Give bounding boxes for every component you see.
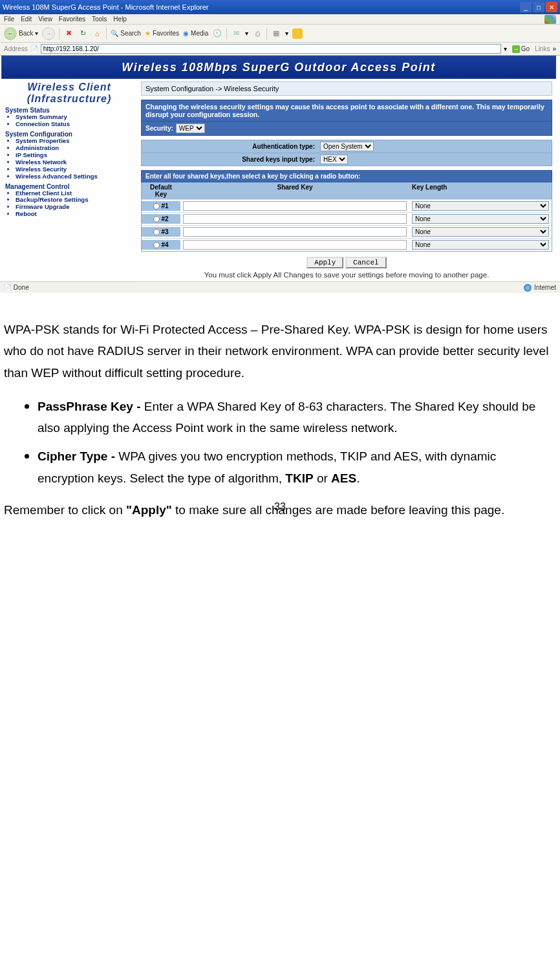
media-icon: ◉ bbox=[183, 30, 189, 37]
mail-icon[interactable]: ✉ bbox=[231, 28, 241, 39]
key2-input[interactable] bbox=[183, 214, 407, 224]
key1-input[interactable] bbox=[183, 201, 407, 211]
address-bar: Address 📄 ▾ →Go Links » bbox=[0, 43, 560, 56]
breadcrumb: System Configuration -> Wireless Securit… bbox=[141, 81, 552, 96]
media-button[interactable]: ◉Media bbox=[183, 30, 208, 37]
sidebar-item-connection-status[interactable]: Connection Status bbox=[16, 121, 133, 128]
stop-icon[interactable]: ✖ bbox=[63, 28, 74, 39]
go-button[interactable]: →Go bbox=[510, 45, 532, 53]
save-note: You must click Apply All Changes to save… bbox=[141, 271, 552, 279]
key2-radio[interactable] bbox=[153, 216, 160, 222]
home-icon[interactable]: ⌂ bbox=[92, 28, 102, 39]
menu-favorites[interactable]: Favorites bbox=[59, 16, 85, 23]
auth-select[interactable]: Open System bbox=[320, 142, 374, 151]
sidebar-item-reboot[interactable]: Reboot bbox=[16, 211, 133, 218]
bullet-passphrase: PassPhrase Key - Enter a WPA Shared Key … bbox=[38, 394, 556, 439]
status-right: Internet bbox=[524, 284, 556, 292]
menu-help[interactable]: Help bbox=[113, 16, 127, 23]
edit-icon[interactable]: ▦ bbox=[271, 28, 281, 39]
key2-length-select[interactable]: None bbox=[412, 214, 549, 224]
key3-length-select[interactable]: None bbox=[412, 227, 549, 237]
ap-banner: Wireless 108Mbps SuperG Outdoor Access P… bbox=[1, 56, 556, 79]
refresh-icon[interactable]: ↻ bbox=[78, 28, 88, 39]
key3-input[interactable] bbox=[183, 227, 407, 237]
section-head-management: Management Control bbox=[5, 183, 133, 190]
back-button[interactable]: ← Back ▾ bbox=[4, 27, 38, 40]
key1-length-select[interactable]: None bbox=[412, 201, 549, 211]
menu-file[interactable]: File bbox=[4, 16, 14, 23]
maximize-button[interactable]: □ bbox=[533, 2, 544, 12]
menu-bar: File Edit View Favorites Tools Help bbox=[0, 14, 560, 25]
key-row-2: #2 None bbox=[142, 212, 552, 225]
sidebar-item-wireless-security[interactable]: Wireless Security bbox=[16, 166, 133, 173]
key-row-3: #3 None bbox=[142, 225, 552, 238]
warning-box: Changing the wireless security settings … bbox=[141, 100, 552, 122]
search-icon: 🔍 bbox=[111, 30, 118, 37]
status-bar: 📄 Done Internet bbox=[0, 281, 560, 293]
key3-radio[interactable] bbox=[153, 229, 160, 235]
address-label: Address bbox=[4, 45, 28, 52]
search-button[interactable]: 🔍Search bbox=[111, 30, 141, 37]
dropdown-icon[interactable]: ▾ bbox=[285, 30, 288, 37]
document-body: WPA-PSK stands for Wi-Fi Protected Acces… bbox=[0, 293, 560, 521]
history-icon[interactable]: 🕘 bbox=[212, 28, 222, 39]
back-arrow-icon: ← bbox=[4, 27, 17, 40]
apply-button[interactable]: Apply bbox=[307, 257, 343, 268]
sidebar-title: Wireless Client(Infrastructure) bbox=[5, 81, 133, 104]
security-select[interactable]: WEP bbox=[176, 124, 205, 133]
keys-header-row: Default Key Shared Key Key Length bbox=[142, 182, 552, 199]
security-label: Security: bbox=[145, 125, 173, 132]
links-label[interactable]: Links bbox=[535, 45, 550, 52]
key-row-1: #1 None bbox=[142, 199, 552, 212]
dropdown-icon[interactable]: ▾ bbox=[35, 30, 38, 37]
auth-row: Authentication type: Open System bbox=[141, 140, 552, 153]
key4-input[interactable] bbox=[183, 240, 407, 250]
globe-icon bbox=[524, 284, 532, 292]
close-button[interactable]: ✕ bbox=[546, 2, 557, 12]
input-type-select[interactable]: HEX bbox=[320, 155, 348, 164]
col-default-key: Default Key bbox=[142, 182, 180, 199]
dropdown-icon[interactable]: ▾ bbox=[504, 45, 507, 52]
window-titlebar: Wireless 108M SuperG Access Point - Micr… bbox=[0, 0, 560, 14]
cancel-button[interactable]: Cancel bbox=[345, 257, 387, 268]
expand-icon[interactable]: » bbox=[552, 45, 556, 52]
page-icon: 📄 bbox=[30, 45, 38, 52]
window-title: Wireless 108M SuperG Access Point - Micr… bbox=[3, 3, 209, 11]
keys-table-title: Enter all four shared keys,then select a… bbox=[141, 170, 552, 182]
print-icon[interactable]: ⎙ bbox=[252, 28, 263, 39]
ie-toolbar: ← Back ▾ → ✖ ↻ ⌂ 🔍Search ★Favorites ◉Med… bbox=[0, 25, 560, 43]
minimize-button[interactable]: _ bbox=[520, 2, 532, 12]
bullet-cipher: Cipher Type - WPA gives you two encrypti… bbox=[38, 444, 556, 489]
address-input[interactable] bbox=[41, 44, 501, 54]
key4-length-select[interactable]: None bbox=[412, 240, 549, 250]
menu-edit[interactable]: Edit bbox=[21, 16, 32, 23]
security-row: Security: WEP bbox=[141, 122, 552, 136]
forward-button[interactable]: → bbox=[42, 27, 55, 40]
doc-para-1: WPA-PSK stands for Wi-Fi Protected Acces… bbox=[4, 319, 556, 383]
key-row-4: #4 None bbox=[142, 238, 552, 251]
key4-radio[interactable] bbox=[153, 242, 160, 248]
page-number: 33 bbox=[0, 501, 560, 513]
sidebar: Wireless Client(Infrastructure) System S… bbox=[1, 79, 137, 281]
main-panel: System Configuration -> Wireless Securit… bbox=[137, 79, 556, 281]
input-type-label: Shared keys input type: bbox=[142, 155, 319, 164]
favorites-button[interactable]: ★Favorites bbox=[145, 30, 179, 37]
col-shared-key: Shared Key bbox=[180, 182, 409, 199]
windows-logo-icon bbox=[544, 15, 556, 24]
star-icon: ★ bbox=[145, 30, 151, 37]
key1-radio[interactable] bbox=[153, 203, 160, 210]
messenger-icon[interactable] bbox=[292, 28, 303, 39]
menu-tools[interactable]: Tools bbox=[92, 16, 107, 23]
col-key-length: Key Length bbox=[409, 182, 552, 199]
status-left: 📄 Done bbox=[4, 284, 29, 291]
input-type-row: Shared keys input type: HEX bbox=[141, 153, 552, 166]
dropdown-icon[interactable]: ▾ bbox=[245, 30, 248, 37]
go-arrow-icon: → bbox=[512, 45, 520, 53]
menu-view[interactable]: View bbox=[38, 16, 52, 23]
auth-label: Authentication type: bbox=[142, 142, 319, 151]
sidebar-item-wireless-advanced[interactable]: Wireless Advanced Settings bbox=[16, 173, 133, 180]
